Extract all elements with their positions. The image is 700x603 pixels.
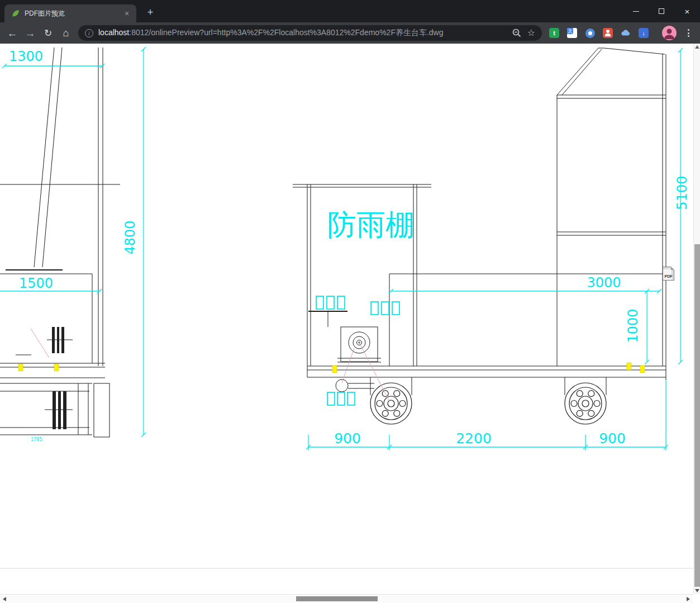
extension-icon-red-person[interactable] (602, 27, 613, 39)
translate-extension-icon[interactable]: 文 (566, 27, 578, 39)
url-host: localhost (98, 28, 129, 37)
close-icon: × (685, 7, 690, 16)
dim-label-1500: 1500 (19, 276, 53, 291)
horizontal-scrollbar-thumb[interactable] (296, 596, 378, 601)
extension-icon-blue-ring[interactable] (584, 27, 596, 39)
scroll-up-arrow[interactable] (695, 45, 699, 49)
window-minimize-button[interactable] (623, 0, 649, 22)
home-button[interactable]: ⌂ (59, 26, 73, 41)
cad-wheel-left (370, 383, 412, 424)
blue-arrow-glyph: ↓ (639, 28, 649, 38)
browser-menu-button[interactable] (684, 28, 693, 38)
blue-ring (585, 29, 595, 38)
red-person-head (606, 30, 609, 33)
cad-wheel-right (565, 383, 606, 424)
extension-icon-green[interactable]: t (549, 27, 560, 39)
dim-label-1785: 1785 (31, 437, 42, 442)
vertical-scrollbar-thumb[interactable] (694, 244, 700, 587)
cloud-icon (620, 27, 631, 39)
page-content: 1300 4800 1500 1785 5100 3000 1000 900 2… (0, 44, 700, 594)
horizontal-scrollbar[interactable] (0, 594, 700, 603)
minimize-icon (633, 11, 639, 12)
translate-glyph: 文 (567, 28, 573, 34)
cad-black-lines (0, 48, 666, 437)
bookmark-star-icon[interactable]: ☆ (527, 29, 535, 37)
reload-button[interactable]: ↻ (41, 26, 55, 41)
forward-button[interactable]: → (23, 26, 37, 41)
url-text[interactable]: localhost:8012/onlinePreview?url=http%3A… (98, 28, 512, 38)
profile-avatar[interactable] (662, 26, 677, 40)
scroll-down-arrow[interactable] (695, 589, 699, 592)
pdf-fold-corner (671, 267, 674, 270)
cad-leader-lines (31, 329, 389, 401)
red-person-body (605, 34, 611, 36)
extensions-bar: t 文 ↓ (549, 27, 649, 39)
dim-label-1300: 1300 (9, 49, 43, 64)
window-close-button[interactable]: × (674, 0, 700, 22)
address-bar[interactable]: i localhost:8012/onlinePreview?url=http%… (78, 25, 542, 41)
browser-window: PDF图片预览 × + × ← → ↻ ⌂ i localhost:8012/o… (0, 0, 700, 603)
browser-tab[interactable]: PDF图片预览 × (4, 4, 136, 22)
dim-label-900-right: 900 (599, 430, 626, 447)
browser-toolbar: ← → ↻ ⌂ i localhost:8012/onlinePreview?u… (0, 22, 700, 44)
scroll-left-arrow[interactable] (3, 597, 6, 601)
pdf-badge-label: PDF (663, 274, 674, 278)
tab-close-icon[interactable]: × (122, 8, 132, 18)
spring-leaf-favicon (11, 9, 20, 18)
scrollbar-corner (693, 594, 700, 603)
avatar-person-icon (662, 26, 677, 40)
red-box (603, 28, 613, 38)
vertical-scrollbar[interactable] (693, 44, 700, 594)
pdf-file-icon[interactable]: PDF (663, 267, 674, 281)
dim-label-1000: 1000 (625, 308, 641, 343)
dim-label-2200: 2200 (456, 430, 492, 447)
page-info-icon[interactable]: i (85, 29, 93, 37)
canopy-label: 防雨棚 (327, 208, 415, 241)
cloud-extension-icon[interactable] (620, 27, 631, 39)
cad-highlight-marks (18, 363, 645, 373)
dim-label-5100: 5100 (674, 175, 690, 210)
browser-titlebar: PDF图片预览 × + × (0, 0, 700, 22)
zoom-icon[interactable] (512, 28, 522, 38)
extension-icon-blue-arrow[interactable]: ↓ (638, 27, 649, 39)
scroll-right-arrow[interactable] (687, 597, 690, 601)
new-tab-button[interactable]: + (143, 5, 158, 20)
back-button[interactable]: ← (5, 26, 20, 41)
dim-label-900-left: 900 (334, 430, 361, 447)
tab-title: PDF图片预览 (25, 9, 122, 18)
url-path: :8012/onlinePreview?url=http%3A%2F%2Floc… (129, 28, 443, 37)
cad-dimension-labels: 1300 4800 1500 1785 5100 3000 1000 900 2… (9, 49, 690, 447)
dim-label-4800: 4800 (122, 220, 138, 254)
window-maximize-button[interactable] (649, 0, 674, 22)
cad-drawing: 1300 4800 1500 1785 5100 3000 1000 900 2… (0, 44, 693, 594)
window-controls: × (623, 0, 700, 22)
dim-label-3000: 3000 (587, 275, 621, 291)
extension-green-glyph: t (549, 28, 559, 38)
translate-box: 文 (567, 28, 577, 38)
maximize-icon (659, 8, 664, 14)
